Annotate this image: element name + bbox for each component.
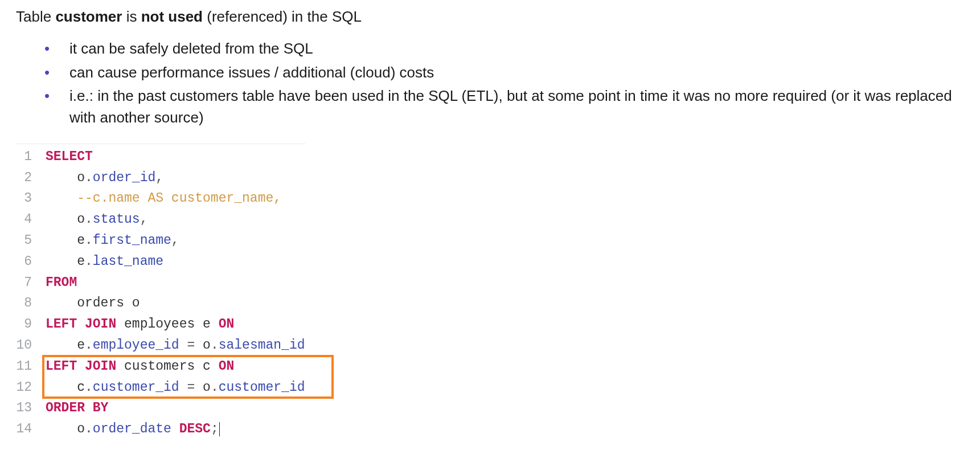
intro-bold1: customer <box>55 8 122 25</box>
line-number: 9 <box>16 314 32 335</box>
line-number: 8 <box>16 293 32 314</box>
intro-bold2: not used <box>141 8 203 25</box>
code-line: o.order_date DESC; <box>46 419 305 440</box>
list-item: can cause performance issues / additiona… <box>44 62 964 84</box>
code-line: --c.name AS customer_name, <box>46 188 305 209</box>
line-number: 3 <box>16 188 32 209</box>
code-line: c.customer_id = o.customer_id <box>46 377 305 398</box>
code-block: 1234567891011121314 SELECT o.order_id, -… <box>16 144 964 440</box>
intro-post: (referenced) in the SQL <box>203 8 362 25</box>
line-number: 6 <box>16 251 32 272</box>
line-number: 4 <box>16 209 32 230</box>
list-item: it can be safely deleted from the SQL <box>44 38 964 60</box>
code-line: e.first_name, <box>46 230 305 251</box>
code-line: LEFT JOIN employees e ON <box>46 314 305 335</box>
line-number: 14 <box>16 419 32 440</box>
bullet-list: it can be safely deleted from the SQL ca… <box>44 38 964 129</box>
line-number-gutter: 1234567891011121314 <box>16 144 46 440</box>
code-line: e.employee_id = o.salesman_id <box>46 335 305 356</box>
code-body: SELECT o.order_id, --c.name AS customer_… <box>46 144 305 440</box>
line-number: 13 <box>16 398 32 419</box>
line-number: 2 <box>16 167 32 189</box>
line-number: 1 <box>16 146 32 167</box>
line-number: 5 <box>16 230 32 251</box>
text-cursor <box>219 422 220 436</box>
line-number: 11 <box>16 356 32 377</box>
line-number: 10 <box>16 335 32 356</box>
code-line: orders o <box>46 293 305 314</box>
code-line: o.status, <box>46 209 305 230</box>
intro-text: Table customer is not used (referenced) … <box>16 8 964 26</box>
code-line: FROM <box>46 272 305 293</box>
code-line: LEFT JOIN customers c ON <box>46 356 305 377</box>
line-number: 12 <box>16 377 32 398</box>
intro-mid: is <box>122 8 141 25</box>
code-line: ORDER BY <box>46 398 305 419</box>
list-item: i.e.: in the past customers table have b… <box>44 85 964 128</box>
code-line: SELECT <box>46 146 305 167</box>
code-line: e.last_name <box>46 251 305 272</box>
line-number: 7 <box>16 272 32 293</box>
intro-pre: Table <box>16 8 55 25</box>
code-line: o.order_id, <box>46 167 305 189</box>
